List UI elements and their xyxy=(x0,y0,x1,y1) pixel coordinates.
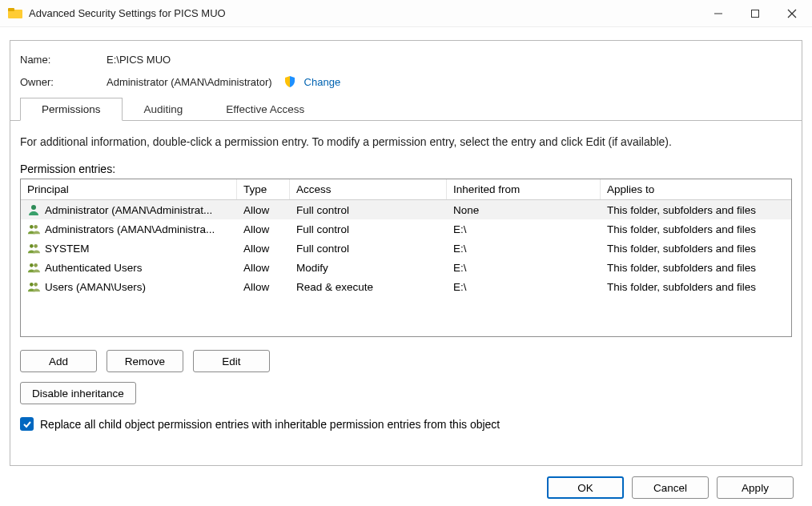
svg-point-7 xyxy=(30,225,34,229)
type-text: Allow xyxy=(237,281,290,293)
table-row[interactable]: Administrator (AMAN\Administrat...AllowF… xyxy=(21,200,791,219)
permissions-grid[interactable]: Principal Type Access Inherited from App… xyxy=(20,179,792,337)
svg-point-10 xyxy=(34,244,38,248)
close-button[interactable] xyxy=(774,2,810,26)
tab-strip: Permissions Auditing Effective Access xyxy=(20,98,792,121)
replace-checkbox[interactable] xyxy=(20,417,34,431)
access-text: Full control xyxy=(290,204,447,216)
applies-text: This folder, subfolders and files xyxy=(601,243,791,255)
remove-button[interactable]: Remove xyxy=(107,350,183,372)
svg-point-12 xyxy=(34,263,38,267)
svg-point-8 xyxy=(34,225,38,229)
edit-button[interactable]: Edit xyxy=(193,350,270,372)
cancel-button[interactable]: Cancel xyxy=(632,476,709,499)
svg-point-14 xyxy=(34,283,38,287)
window-title: Advanced Security Settings for PICS MUO xyxy=(29,7,700,19)
table-row[interactable]: SYSTEMAllowFull controlE:\This folder, s… xyxy=(21,239,791,258)
col-access[interactable]: Access xyxy=(290,179,447,199)
svg-point-6 xyxy=(31,205,36,210)
shield-icon xyxy=(283,75,296,88)
user-icon xyxy=(27,203,40,216)
table-row[interactable]: Authenticated UsersAllowModifyE:\This fo… xyxy=(21,258,791,277)
col-applies[interactable]: Applies to xyxy=(601,179,791,199)
type-text: Allow xyxy=(237,243,290,255)
inherited-text: E:\ xyxy=(447,262,601,274)
type-text: Allow xyxy=(237,223,290,235)
content-panel: Name: E:\PICS MUO Owner: Administrator (… xyxy=(10,40,802,466)
applies-text: This folder, subfolders and files xyxy=(601,262,791,274)
tab-auditing[interactable]: Auditing xyxy=(123,98,205,121)
check-icon xyxy=(22,420,32,429)
group-icon xyxy=(27,261,40,274)
tab-effective[interactable]: Effective Access xyxy=(204,98,326,121)
apply-button[interactable]: Apply xyxy=(717,476,794,499)
add-button[interactable]: Add xyxy=(20,350,97,372)
applies-text: This folder, subfolders and files xyxy=(601,223,791,235)
name-label: Name: xyxy=(20,54,107,66)
applies-text: This folder, subfolders and files xyxy=(601,204,791,216)
access-text: Full control xyxy=(290,243,447,255)
svg-point-11 xyxy=(30,263,34,267)
table-row[interactable]: Users (AMAN\Users)AllowRead & executeE:\… xyxy=(21,277,791,296)
group-icon xyxy=(27,223,40,235)
group-icon xyxy=(27,242,40,255)
type-text: Allow xyxy=(237,204,290,216)
access-text: Full control xyxy=(290,223,447,235)
maximize-button[interactable] xyxy=(737,2,774,26)
owner-value: Administrator (AMAN\Administrator) xyxy=(107,76,272,88)
principal-text: Users (AMAN\Users) xyxy=(45,281,146,293)
entries-label: Permission entries: xyxy=(20,163,792,175)
principal-text: SYSTEM xyxy=(45,243,90,255)
svg-rect-3 xyxy=(752,10,759,17)
group-icon xyxy=(27,280,40,293)
access-text: Modify xyxy=(290,262,447,274)
principal-text: Administrators (AMAN\Administra... xyxy=(45,223,215,235)
name-value: E:\PICS MUO xyxy=(107,54,171,66)
inherited-text: E:\ xyxy=(447,281,601,293)
table-row[interactable]: Administrators (AMAN\Administra...AllowF… xyxy=(21,219,791,239)
tab-permissions[interactable]: Permissions xyxy=(20,98,123,121)
disable-inheritance-button[interactable]: Disable inheritance xyxy=(20,382,136,404)
inherited-text: None xyxy=(447,204,601,216)
ok-button[interactable]: OK xyxy=(547,476,624,499)
access-text: Read & execute xyxy=(290,281,447,293)
type-text: Allow xyxy=(237,262,290,274)
folder-icon xyxy=(8,7,22,20)
grid-header: Principal Type Access Inherited from App… xyxy=(21,179,791,200)
principal-text: Authenticated Users xyxy=(45,262,143,274)
replace-checkbox-label: Replace all child object permission entr… xyxy=(40,418,500,431)
minimize-button[interactable] xyxy=(700,2,737,26)
svg-point-9 xyxy=(30,244,34,248)
svg-point-13 xyxy=(30,283,34,287)
titlebar: Advanced Security Settings for PICS MUO xyxy=(0,0,812,27)
col-inherited[interactable]: Inherited from xyxy=(447,179,601,199)
col-type[interactable]: Type xyxy=(237,179,290,199)
owner-label: Owner: xyxy=(20,76,107,88)
principal-text: Administrator (AMAN\Administrat... xyxy=(45,204,212,216)
change-owner-link[interactable]: Change xyxy=(304,76,341,88)
info-text: For additional information, double-click… xyxy=(20,135,792,148)
col-principal[interactable]: Principal xyxy=(21,179,237,199)
applies-text: This folder, subfolders and files xyxy=(601,281,791,293)
svg-rect-1 xyxy=(8,8,14,11)
dialog-footer: OK Cancel Apply xyxy=(547,476,794,499)
inherited-text: E:\ xyxy=(447,243,601,255)
inherited-text: E:\ xyxy=(447,223,601,235)
